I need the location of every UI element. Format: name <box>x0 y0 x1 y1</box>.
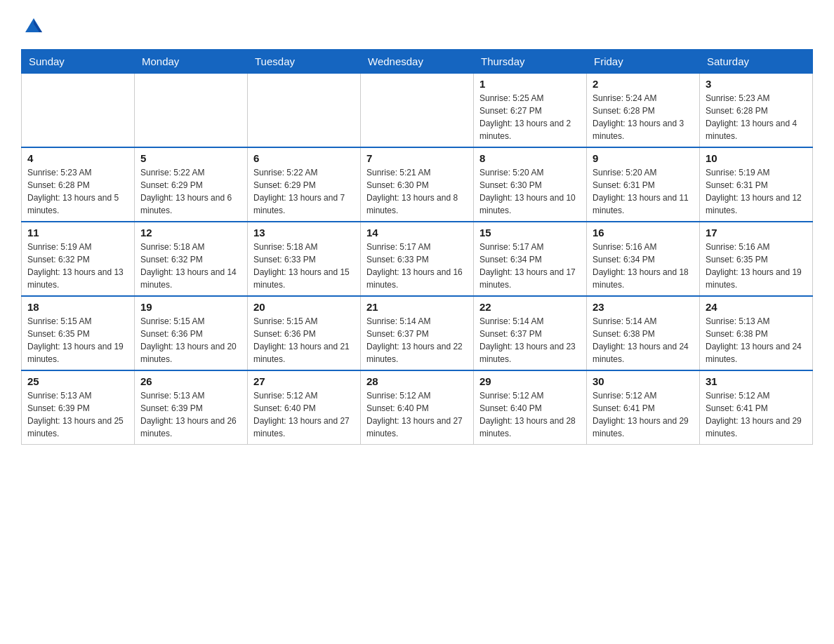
day-info: Sunrise: 5:12 AM Sunset: 6:41 PM Dayligh… <box>593 389 694 440</box>
calendar-cell: 15Sunrise: 5:17 AM Sunset: 6:34 PM Dayli… <box>474 222 587 296</box>
day-number: 26 <box>140 375 241 387</box>
calendar-cell: 31Sunrise: 5:12 AM Sunset: 6:41 PM Dayli… <box>700 370 813 445</box>
day-info: Sunrise: 5:14 AM Sunset: 6:37 PM Dayligh… <box>366 315 468 365</box>
calendar-cell: 23Sunrise: 5:14 AM Sunset: 6:38 PM Dayli… <box>587 296 700 370</box>
day-number: 30 <box>593 375 694 387</box>
day-number: 3 <box>706 78 807 90</box>
calendar-cell: 3Sunrise: 5:23 AM Sunset: 6:28 PM Daylig… <box>700 74 813 148</box>
day-info: Sunrise: 5:21 AM Sunset: 6:30 PM Dayligh… <box>366 166 468 217</box>
day-info: Sunrise: 5:24 AM Sunset: 6:28 PM Dayligh… <box>593 92 694 142</box>
day-info: Sunrise: 5:22 AM Sunset: 6:29 PM Dayligh… <box>253 166 355 217</box>
day-number: 14 <box>366 227 468 239</box>
day-info: Sunrise: 5:19 AM Sunset: 6:32 PM Dayligh… <box>27 241 128 291</box>
calendar-week-row: 11Sunrise: 5:19 AM Sunset: 6:32 PM Dayli… <box>22 222 813 296</box>
weekday-header-saturday: Saturday <box>700 50 813 74</box>
day-number: 15 <box>479 227 581 239</box>
day-number: 10 <box>706 152 807 164</box>
day-number: 2 <box>593 78 694 90</box>
calendar-cell: 30Sunrise: 5:12 AM Sunset: 6:41 PM Dayli… <box>587 370 700 445</box>
day-number: 19 <box>140 301 241 313</box>
calendar-cell: 2Sunrise: 5:24 AM Sunset: 6:28 PM Daylig… <box>587 74 700 148</box>
day-info: Sunrise: 5:23 AM Sunset: 6:28 PM Dayligh… <box>27 166 128 217</box>
calendar-cell: 14Sunrise: 5:17 AM Sunset: 6:33 PM Dayli… <box>361 222 474 296</box>
day-number: 12 <box>140 227 241 239</box>
logo <box>21 14 46 36</box>
day-number: 11 <box>27 227 128 239</box>
calendar-cell: 8Sunrise: 5:20 AM Sunset: 6:30 PM Daylig… <box>474 147 587 222</box>
calendar-cell: 25Sunrise: 5:13 AM Sunset: 6:39 PM Dayli… <box>22 370 135 445</box>
day-number: 9 <box>593 152 694 164</box>
calendar-week-row: 4Sunrise: 5:23 AM Sunset: 6:28 PM Daylig… <box>22 147 813 222</box>
calendar-cell: 27Sunrise: 5:12 AM Sunset: 6:40 PM Dayli… <box>248 370 361 445</box>
calendar-header-row: SundayMondayTuesdayWednesdayThursdayFrid… <box>22 50 813 74</box>
day-number: 18 <box>27 301 128 313</box>
day-number: 27 <box>253 375 355 387</box>
calendar-cell: 11Sunrise: 5:19 AM Sunset: 6:32 PM Dayli… <box>22 222 135 296</box>
calendar-week-row: 25Sunrise: 5:13 AM Sunset: 6:39 PM Dayli… <box>22 370 813 445</box>
day-number: 5 <box>140 152 241 164</box>
day-info: Sunrise: 5:20 AM Sunset: 6:30 PM Dayligh… <box>479 166 581 217</box>
calendar-cell: 29Sunrise: 5:12 AM Sunset: 6:40 PM Dayli… <box>474 370 587 445</box>
logo-icon <box>22 14 45 36</box>
calendar-cell: 10Sunrise: 5:19 AM Sunset: 6:31 PM Dayli… <box>700 147 813 222</box>
weekday-header-thursday: Thursday <box>474 50 587 74</box>
day-number: 6 <box>253 152 355 164</box>
day-number: 28 <box>366 375 468 387</box>
day-number: 7 <box>366 152 468 164</box>
day-info: Sunrise: 5:12 AM Sunset: 6:40 PM Dayligh… <box>366 389 468 440</box>
day-number: 17 <box>706 227 807 239</box>
day-info: Sunrise: 5:17 AM Sunset: 6:34 PM Dayligh… <box>479 241 581 291</box>
calendar-cell: 17Sunrise: 5:16 AM Sunset: 6:35 PM Dayli… <box>700 222 813 296</box>
day-number: 8 <box>479 152 581 164</box>
day-info: Sunrise: 5:25 AM Sunset: 6:27 PM Dayligh… <box>479 92 581 142</box>
day-info: Sunrise: 5:22 AM Sunset: 6:29 PM Dayligh… <box>140 166 241 217</box>
weekday-header-monday: Monday <box>135 50 248 74</box>
day-number: 16 <box>593 227 694 239</box>
calendar-cell <box>361 74 474 148</box>
day-info: Sunrise: 5:15 AM Sunset: 6:36 PM Dayligh… <box>140 315 241 365</box>
day-number: 13 <box>253 227 355 239</box>
calendar-cell: 7Sunrise: 5:21 AM Sunset: 6:30 PM Daylig… <box>361 147 474 222</box>
calendar-cell: 5Sunrise: 5:22 AM Sunset: 6:29 PM Daylig… <box>135 147 248 222</box>
page-header <box>21 14 813 36</box>
day-number: 22 <box>479 301 581 313</box>
day-info: Sunrise: 5:12 AM Sunset: 6:40 PM Dayligh… <box>479 389 581 440</box>
calendar-cell <box>22 74 135 148</box>
day-info: Sunrise: 5:14 AM Sunset: 6:38 PM Dayligh… <box>593 315 694 365</box>
day-info: Sunrise: 5:18 AM Sunset: 6:32 PM Dayligh… <box>140 241 241 291</box>
calendar-cell: 12Sunrise: 5:18 AM Sunset: 6:32 PM Dayli… <box>135 222 248 296</box>
day-info: Sunrise: 5:13 AM Sunset: 6:39 PM Dayligh… <box>27 389 128 440</box>
calendar-cell: 18Sunrise: 5:15 AM Sunset: 6:35 PM Dayli… <box>22 296 135 370</box>
day-info: Sunrise: 5:17 AM Sunset: 6:33 PM Dayligh… <box>366 241 468 291</box>
day-info: Sunrise: 5:20 AM Sunset: 6:31 PM Dayligh… <box>593 166 694 217</box>
calendar-cell: 4Sunrise: 5:23 AM Sunset: 6:28 PM Daylig… <box>22 147 135 222</box>
day-info: Sunrise: 5:19 AM Sunset: 6:31 PM Dayligh… <box>706 166 807 217</box>
day-info: Sunrise: 5:14 AM Sunset: 6:37 PM Dayligh… <box>479 315 581 365</box>
day-info: Sunrise: 5:23 AM Sunset: 6:28 PM Dayligh… <box>706 92 807 142</box>
day-info: Sunrise: 5:18 AM Sunset: 6:33 PM Dayligh… <box>253 241 355 291</box>
calendar-cell <box>135 74 248 148</box>
day-info: Sunrise: 5:13 AM Sunset: 6:39 PM Dayligh… <box>140 389 241 440</box>
calendar-table: SundayMondayTuesdayWednesdayThursdayFrid… <box>21 49 813 445</box>
day-number: 29 <box>479 375 581 387</box>
calendar-week-row: 1Sunrise: 5:25 AM Sunset: 6:27 PM Daylig… <box>22 74 813 148</box>
calendar-cell: 19Sunrise: 5:15 AM Sunset: 6:36 PM Dayli… <box>135 296 248 370</box>
day-number: 31 <box>706 375 807 387</box>
weekday-header-wednesday: Wednesday <box>361 50 474 74</box>
day-info: Sunrise: 5:15 AM Sunset: 6:35 PM Dayligh… <box>27 315 128 365</box>
calendar-cell: 6Sunrise: 5:22 AM Sunset: 6:29 PM Daylig… <box>248 147 361 222</box>
calendar-cell: 9Sunrise: 5:20 AM Sunset: 6:31 PM Daylig… <box>587 147 700 222</box>
calendar-cell: 21Sunrise: 5:14 AM Sunset: 6:37 PM Dayli… <box>361 296 474 370</box>
day-info: Sunrise: 5:16 AM Sunset: 6:35 PM Dayligh… <box>706 241 807 291</box>
calendar-cell: 13Sunrise: 5:18 AM Sunset: 6:33 PM Dayli… <box>248 222 361 296</box>
day-number: 1 <box>479 78 581 90</box>
calendar-cell: 28Sunrise: 5:12 AM Sunset: 6:40 PM Dayli… <box>361 370 474 445</box>
day-info: Sunrise: 5:16 AM Sunset: 6:34 PM Dayligh… <box>593 241 694 291</box>
calendar-week-row: 18Sunrise: 5:15 AM Sunset: 6:35 PM Dayli… <box>22 296 813 370</box>
day-info: Sunrise: 5:12 AM Sunset: 6:40 PM Dayligh… <box>253 389 355 440</box>
calendar-cell: 1Sunrise: 5:25 AM Sunset: 6:27 PM Daylig… <box>474 74 587 148</box>
calendar-cell <box>248 74 361 148</box>
weekday-header-tuesday: Tuesday <box>248 50 361 74</box>
day-number: 20 <box>253 301 355 313</box>
calendar-cell: 22Sunrise: 5:14 AM Sunset: 6:37 PM Dayli… <box>474 296 587 370</box>
